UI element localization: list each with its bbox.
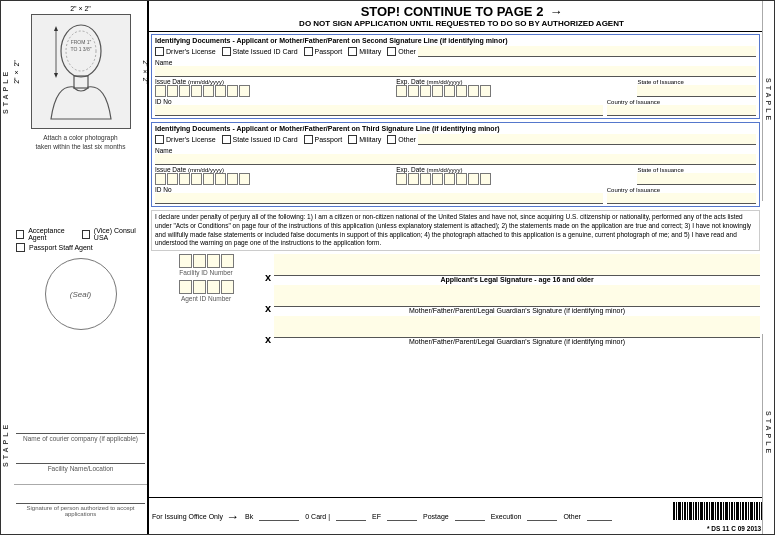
cb-military-2-box[interactable] <box>348 47 357 56</box>
card-field[interactable] <box>336 511 366 521</box>
photo-frame-wrapper: 2" × 2" 2" × 2" FROM 1" TO 1 3/8" <box>31 14 131 129</box>
svg-rect-24 <box>717 502 719 520</box>
aid-cell[interactable] <box>179 280 192 294</box>
other-field[interactable] <box>587 511 612 521</box>
seg-cell[interactable] <box>480 173 491 185</box>
cb-state-id-3: State Issued ID Card <box>222 135 298 144</box>
page-container: STAPLE STAPLE 2" × 2" 2" × 2" 2" × 2" <box>0 0 775 535</box>
seg-cell[interactable] <box>444 85 455 97</box>
exp-date-cells-2 <box>396 85 633 97</box>
ef-field[interactable] <box>387 511 417 521</box>
seg-cell[interactable] <box>227 85 238 97</box>
seg-cell[interactable] <box>155 173 166 185</box>
other-3-field[interactable] <box>418 134 756 145</box>
svg-rect-32 <box>740 502 741 520</box>
vice-consul-checkbox[interactable] <box>82 230 90 239</box>
aid-cell[interactable] <box>207 280 220 294</box>
seg-cell[interactable] <box>215 85 226 97</box>
idno-input-2[interactable] <box>155 105 603 116</box>
cb-drivers-license-2-box[interactable] <box>155 47 164 56</box>
country-input-2[interactable] <box>607 105 756 116</box>
seg-cell[interactable] <box>408 85 419 97</box>
seg-cell[interactable] <box>432 85 443 97</box>
facility-name-field[interactable] <box>16 446 145 464</box>
seg-cell[interactable] <box>396 173 407 185</box>
seg-cell[interactable] <box>408 173 419 185</box>
courier-name-field[interactable] <box>16 416 145 434</box>
cb-military-3-box[interactable] <box>348 135 357 144</box>
acceptance-agent-checkbox[interactable] <box>16 230 24 239</box>
seg-cell[interactable] <box>239 173 250 185</box>
seg-cell[interactable] <box>432 173 443 185</box>
seg-cell[interactable] <box>468 85 479 97</box>
name-row-3: Name <box>155 147 756 165</box>
seg-cell[interactable] <box>239 85 250 97</box>
name-field-3-group: Name <box>155 147 756 165</box>
svg-rect-27 <box>725 502 728 520</box>
seg-cell[interactable] <box>227 173 238 185</box>
applicant-sig-line[interactable] <box>274 254 760 276</box>
fid-cell[interactable] <box>207 254 220 268</box>
fid-cell[interactable] <box>221 254 234 268</box>
seg-cell[interactable] <box>420 85 431 97</box>
seg-cell[interactable] <box>480 85 491 97</box>
idno-input-3[interactable] <box>155 193 603 204</box>
execution-field[interactable] <box>527 511 557 521</box>
seg-cell[interactable] <box>191 85 202 97</box>
state-input-2[interactable] <box>637 85 756 97</box>
fid-cell[interactable] <box>179 254 192 268</box>
cb-state-3-box[interactable] <box>222 135 231 144</box>
country-input-3[interactable] <box>607 193 756 204</box>
authorized-sig-field[interactable] <box>16 486 145 504</box>
seg-cell[interactable] <box>456 85 467 97</box>
bk-field[interactable] <box>259 511 299 521</box>
svg-marker-7 <box>54 73 58 78</box>
state-input-3[interactable] <box>637 173 756 185</box>
aid-cell[interactable] <box>193 280 206 294</box>
cb-other-2-box[interactable] <box>387 47 396 56</box>
parent-sig-line-2[interactable] <box>274 316 760 338</box>
dim-side-label: 2" × 2" <box>13 60 20 84</box>
seg-cell[interactable] <box>179 173 190 185</box>
seg-cell[interactable] <box>167 173 178 185</box>
postage-field[interactable] <box>455 511 485 521</box>
seg-cell[interactable] <box>203 85 214 97</box>
svg-rect-25 <box>720 502 722 520</box>
seg-cell[interactable] <box>179 85 190 97</box>
other-2-field[interactable] <box>418 46 756 57</box>
seg-cell[interactable] <box>456 173 467 185</box>
svg-rect-11 <box>682 502 683 520</box>
seg-cell[interactable] <box>155 85 166 97</box>
cb-passport-2-box[interactable] <box>304 47 313 56</box>
cb-state-id-2-box[interactable] <box>222 47 231 56</box>
svg-text:TO 1 3/8": TO 1 3/8" <box>70 46 91 52</box>
seg-cell[interactable] <box>396 85 407 97</box>
seg-cell[interactable] <box>420 173 431 185</box>
aid-cell[interactable] <box>221 280 234 294</box>
cb-dl-3-box[interactable] <box>155 135 164 144</box>
staple-label-bottom-left: STAPLE <box>2 359 9 529</box>
cb-passport-2: Passport <box>304 47 343 56</box>
seg-cell[interactable] <box>444 173 455 185</box>
seg-cell[interactable] <box>191 173 202 185</box>
authorized-sig-label: Signature of person authorized to accept… <box>16 505 145 517</box>
seg-cell[interactable] <box>203 173 214 185</box>
cb-other-3-box[interactable] <box>387 135 396 144</box>
seg-cell[interactable] <box>468 173 479 185</box>
cb-passport-3-box[interactable] <box>304 135 313 144</box>
seg-cell[interactable] <box>167 85 178 97</box>
seg-cell[interactable] <box>215 173 226 185</box>
cb-other-3: Other <box>387 134 756 145</box>
execution-label: Execution <box>491 513 522 520</box>
footer-sig-area: Signature of person authorized to accept… <box>14 484 147 534</box>
name-input-3[interactable] <box>155 154 756 165</box>
vice-consul-label: (Vice) Consul USA <box>94 227 145 241</box>
fid-cell[interactable] <box>193 254 206 268</box>
name-input-2[interactable] <box>155 66 756 77</box>
parent-sig-line-1[interactable] <box>274 285 760 307</box>
passport-staff-checkbox[interactable] <box>16 243 25 252</box>
svg-rect-38 <box>756 502 758 520</box>
date-row-3: Issue Date (mm/dd/yyyy) Exp. Date (mm/dd… <box>155 166 756 185</box>
idno-label-2: ID No <box>155 98 603 105</box>
id-section-second-checkboxes: Driver's License State Issued ID Card Pa… <box>155 46 756 57</box>
